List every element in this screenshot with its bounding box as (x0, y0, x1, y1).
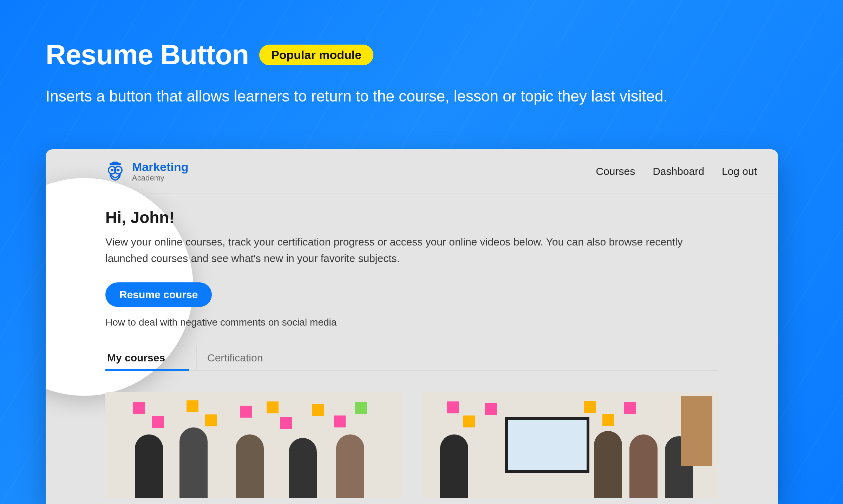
course-card[interactable] (105, 392, 401, 498)
tab-my-courses[interactable]: My courses (105, 346, 197, 370)
last-visited-label: How to deal with negative comments on so… (105, 317, 718, 328)
main-nav: Courses Dashboard Log out (596, 165, 757, 177)
dashboard-tabs: My courses Certification (105, 346, 718, 371)
nav-dashboard[interactable]: Dashboard (653, 165, 704, 177)
hero-subtitle: Inserts a button that allows learners to… (46, 85, 731, 107)
topbar: Marketing Academy Courses Dashboard Log … (46, 149, 778, 194)
brand[interactable]: Marketing Academy (105, 161, 189, 182)
svg-point-4 (117, 169, 119, 171)
nav-logout[interactable]: Log out (722, 165, 757, 177)
hero-title: Resume Button (46, 39, 249, 71)
brand-name: Marketing (132, 161, 189, 174)
dashboard-description: View your online courses, track your cer… (105, 234, 702, 267)
popular-module-badge: Popular module (259, 45, 373, 65)
brand-subtitle: Academy (132, 174, 189, 182)
bookshelf-decor (681, 396, 712, 466)
monitor-decor (505, 417, 589, 473)
tab-certification[interactable]: Certification (197, 346, 288, 370)
greeting: Hi, John! (105, 208, 718, 227)
app-window: Marketing Academy Courses Dashboard Log … (46, 149, 778, 504)
svg-point-3 (111, 169, 113, 171)
nav-courses[interactable]: Courses (596, 165, 635, 177)
course-card[interactable] (423, 392, 719, 498)
resume-course-button[interactable]: Resume course (105, 282, 212, 307)
owl-logo-icon (105, 162, 125, 181)
svg-rect-0 (110, 163, 121, 165)
